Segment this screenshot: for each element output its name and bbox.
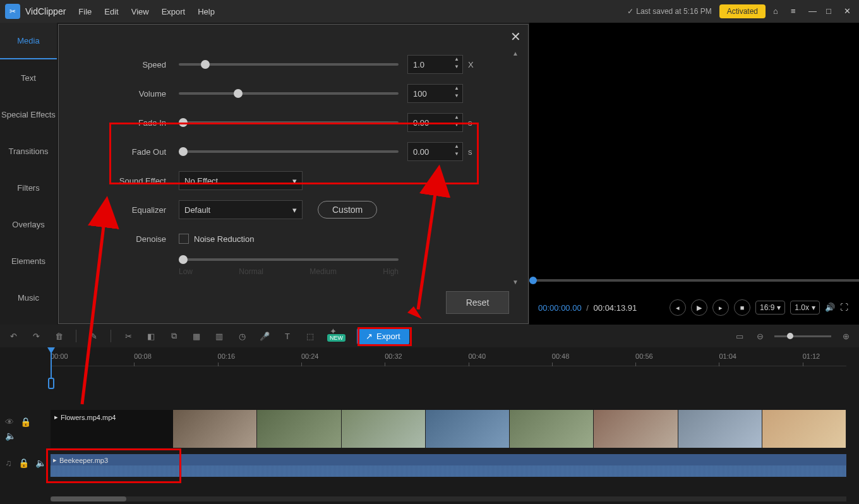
time-tick: 00:40 <box>469 352 486 360</box>
fadein-slider[interactable] <box>179 121 399 124</box>
menu-edit[interactable]: Edit <box>104 7 118 16</box>
sidebar-item-music[interactable]: Music <box>0 279 57 316</box>
delete-icon[interactable]: 🗑 <box>53 330 64 342</box>
noise-reduction-checkbox[interactable] <box>179 234 189 244</box>
volume-slider[interactable] <box>179 92 399 95</box>
lock-icon[interactable]: 🔒 <box>18 458 29 468</box>
fadeout-thumb[interactable] <box>179 147 188 156</box>
fadein-step-down[interactable]: ▼ <box>453 122 460 129</box>
eye-icon[interactable]: 👁 <box>5 417 14 427</box>
speed-slider[interactable] <box>179 63 399 66</box>
chart-icon[interactable]: ▥ <box>213 330 225 342</box>
fit-icon[interactable]: ▭ <box>734 330 745 342</box>
volume-step-up[interactable]: ▲ <box>453 85 460 93</box>
video-thumbnail <box>426 410 510 448</box>
soundeffect-select[interactable]: No Effect▾ <box>179 171 303 190</box>
reset-button[interactable]: Reset <box>446 291 509 314</box>
export-button[interactable]: ↗Export <box>357 328 409 345</box>
mute-icon[interactable]: 🔈 <box>5 431 16 441</box>
activated-button[interactable]: Activated <box>719 4 766 18</box>
copy-icon[interactable]: ⧉ <box>168 330 179 342</box>
speed-step-down[interactable]: ▼ <box>453 64 460 71</box>
time-tick: 00:56 <box>635 352 653 360</box>
redo-icon[interactable]: ↷ <box>30 330 42 342</box>
equalizer-label: Equalizer <box>78 205 179 215</box>
menu-view[interactable]: View <box>131 7 149 16</box>
edit-icon[interactable]: ✎ <box>88 330 99 342</box>
volume-icon[interactable]: 🔊 <box>825 303 835 313</box>
menu-file[interactable]: File <box>78 7 92 16</box>
hamburger-icon[interactable]: ≡ <box>791 6 801 16</box>
speed-step-up[interactable]: ▲ <box>453 56 460 64</box>
video-thumbnail <box>762 410 846 448</box>
denoise-thumb[interactable] <box>179 255 188 264</box>
timeline-scroll-thumb[interactable] <box>51 496 126 501</box>
clock-icon[interactable]: ◷ <box>236 330 248 342</box>
zoom-slider[interactable] <box>774 335 831 337</box>
zoom-out-icon[interactable]: ⊖ <box>754 330 766 342</box>
denoise-levels: LowNormalMediumHigh <box>179 267 399 276</box>
aspect-ratio-select[interactable]: 16:9 ▾ <box>755 301 785 315</box>
sidebar-item-effects[interactable]: Special Effects <box>0 96 57 133</box>
time-tick: 00:24 <box>301 352 319 360</box>
fadein-unit: s <box>468 118 472 128</box>
video-track-controls: 👁🔒 🔈 <box>5 417 43 441</box>
prev-frame-button[interactable]: ◂ <box>670 299 686 316</box>
fadeout-slider[interactable] <box>179 150 399 153</box>
sidebar-item-transitions[interactable]: Transitions <box>0 133 57 169</box>
stop-button[interactable]: ■ <box>734 299 750 316</box>
zoom-thumb[interactable] <box>787 333 793 339</box>
volume-step-down[interactable]: ▼ <box>453 93 460 100</box>
next-frame-button[interactable]: ▸ <box>712 299 729 316</box>
cut-icon[interactable]: ✂ <box>123 330 134 342</box>
preview-seekbar[interactable] <box>529 279 859 282</box>
sidebar: Media Text Special Effects Transitions F… <box>0 23 57 325</box>
zoom-in-icon[interactable]: ⊕ <box>840 330 851 342</box>
sidebar-item-overlays[interactable]: Overlays <box>0 206 57 243</box>
playhead[interactable] <box>51 347 52 379</box>
video-clip-label: ▸ Flowers.mp4.mp4 <box>52 412 118 423</box>
preview-video[interactable] <box>529 23 859 282</box>
subtitle-icon[interactable]: ⬚ <box>304 330 316 342</box>
video-track[interactable]: ▸ Flowers.mp4.mp4 <box>51 410 846 448</box>
sidebar-item-media[interactable]: Media <box>0 23 57 59</box>
custom-equalizer-button[interactable]: Custom <box>318 201 377 219</box>
fadeout-step-up[interactable]: ▲ <box>453 143 460 151</box>
sidebar-item-elements[interactable]: Elements <box>0 243 57 279</box>
mic-icon[interactable]: 🎤 <box>259 330 270 342</box>
play-button[interactable]: ▶ <box>691 299 707 316</box>
fadein-step-up[interactable]: ▲ <box>453 114 460 122</box>
clip-handle[interactable] <box>48 378 54 389</box>
text-icon[interactable]: T <box>282 330 293 342</box>
menu-help[interactable]: Help <box>198 7 215 16</box>
denoise-slider[interactable] <box>179 258 399 261</box>
crop-icon[interactable]: ◧ <box>145 330 157 342</box>
close-icon[interactable]: ✕ <box>844 6 854 16</box>
music-icon[interactable]: ♫ <box>5 458 12 468</box>
undo-icon[interactable]: ↶ <box>8 330 19 342</box>
denoise-row: Denoise Noise Reduction <box>78 224 509 253</box>
video-thumbnail <box>342 410 426 448</box>
maximize-icon[interactable]: □ <box>826 6 836 16</box>
home-icon[interactable]: ⌂ <box>773 6 783 16</box>
denoise-slider-row <box>78 253 509 266</box>
sidebar-item-filters[interactable]: Filters <box>0 169 57 206</box>
new-badge: NEW <box>327 334 345 342</box>
playback-speed-select[interactable]: 1.0x ▾ <box>790 301 820 315</box>
minimize-icon[interactable]: — <box>808 6 819 16</box>
timeline-scrollbar[interactable] <box>51 496 846 501</box>
audio-track[interactable]: ▸ Beekeeper.mp3 <box>51 454 846 477</box>
time-ruler[interactable]: 00:00 00:08 00:16 00:24 00:32 00:40 00:4… <box>51 347 846 366</box>
speed-thumb[interactable] <box>201 60 210 69</box>
menu-export[interactable]: Export <box>162 7 186 16</box>
volume-thumb[interactable] <box>234 89 243 98</box>
fadeout-step-down[interactable]: ▼ <box>453 151 460 159</box>
preview-playhead[interactable] <box>529 277 537 284</box>
sidebar-item-text[interactable]: Text <box>0 59 57 96</box>
equalizer-select[interactable]: Default▾ <box>179 200 303 219</box>
mosaic-icon[interactable]: ▦ <box>191 330 202 342</box>
mute-icon[interactable]: 🔈 <box>35 458 46 468</box>
fullscreen-icon[interactable]: ⛶ <box>840 303 850 313</box>
lock-icon[interactable]: 🔒 <box>20 417 31 427</box>
fadein-thumb[interactable] <box>179 118 188 127</box>
